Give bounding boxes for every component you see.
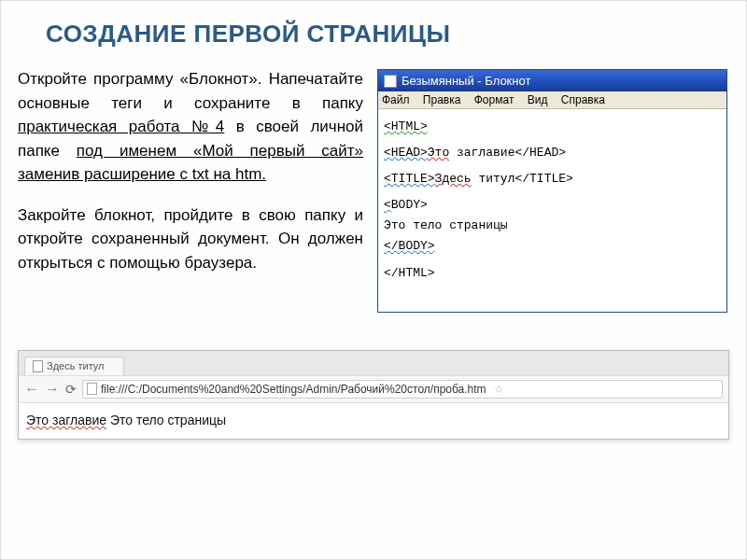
notepad-menubar: Файл Правка Формат Вид Справка [378,91,726,109]
reload-button[interactable]: ⟳ [65,382,77,397]
browser-tab[interactable]: Здесь титул [24,357,124,375]
code-line: <TITLE> [384,172,435,186]
text-segment: Откройте программу «Блокнот». Напечатайт… [18,70,363,112]
browser-window: Здесь титул ← → ⟳ file:///C:/Documents%2… [18,350,729,440]
code-line: Здесь [435,172,472,186]
code-line: Это [428,146,449,160]
menu-edit[interactable]: Правка [423,93,461,106]
browser-viewport: Это заглавие Это тело страницы [19,403,728,439]
notepad-titlebar: Безымянный - Блокнот [378,70,726,91]
notepad-icon [384,75,397,88]
tab-title: Здесь титул [47,360,105,371]
code-line: </HTML> [384,266,435,280]
code-line: <HTML> [384,119,428,133]
forward-button[interactable]: → [45,381,60,398]
address-bar[interactable]: file:///C:/Documents%20and%20Settings/Ad… [82,380,723,399]
browser-tabstrip: Здесь титул [19,351,728,375]
code-line: < [384,198,391,212]
bookmark-star-icon[interactable]: ☆ [494,383,504,396]
rendered-head-text: Это заглавие [26,413,106,427]
menu-file[interactable]: Файл [382,93,410,106]
url-text: file:///C:/Documents%20and%20Settings/Ad… [101,383,486,396]
code-line: титул</TITLE> [472,172,573,186]
code-line: Это тело страницы [384,218,508,232]
page-icon [87,383,97,395]
code-line: </BODY> [384,239,435,253]
browser-toolbar: ← → ⟳ file:///C:/Documents%20and%20Setti… [19,375,728,403]
code-line: заглавие</HEAD> [449,146,566,160]
favicon-icon [33,360,43,372]
instruction-paragraph: Закройте блокнот, пройдите в свою папку … [18,203,363,275]
menu-view[interactable]: Вид [528,93,548,106]
notepad-editor[interactable]: <HTML> <HEAD>Это заглавие</HEAD> <TITLE>… [378,109,726,312]
instruction-text: Откройте программу «Блокнот». Напечатайт… [18,67,363,313]
code-line: BODY> [391,198,428,212]
notepad-window: Безымянный - Блокнот Файл Правка Формат … [377,69,727,313]
slide-title: СОЗДАНИЕ ПЕРВОЙ СТРАНИЦЫ [46,20,729,49]
rendered-body-text: Это тело страницы [106,413,226,427]
notepad-title: Безымянный - Блокнот [402,74,530,88]
menu-format[interactable]: Формат [474,93,514,106]
menu-help[interactable]: Справка [561,93,605,106]
back-button[interactable]: ← [24,381,39,398]
code-line: <HEAD> [384,146,428,160]
folder-link: практическая работа №4 [18,118,224,135]
